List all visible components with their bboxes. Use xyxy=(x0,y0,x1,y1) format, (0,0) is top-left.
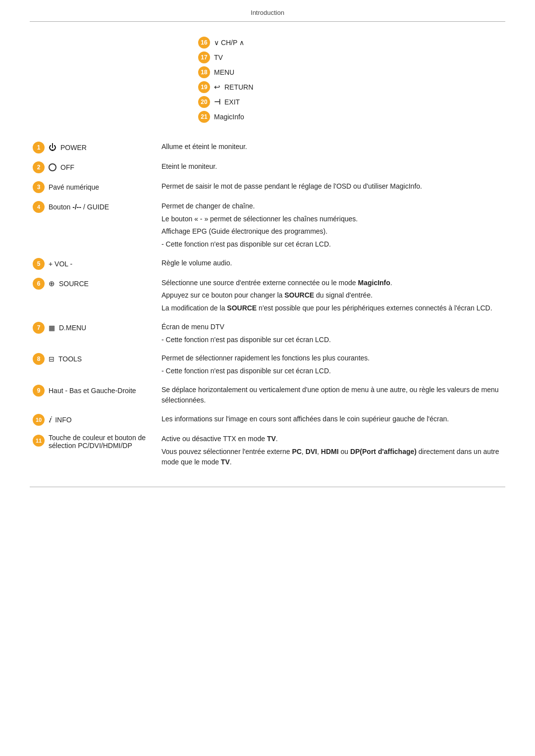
item-8-text: TOOLS xyxy=(58,355,82,363)
item-9-desc: Se déplace horizontalement ou verticalem… xyxy=(159,381,505,410)
source-icon: ⊕ xyxy=(49,279,55,288)
item-1-desc-1: Allume et éteint le moniteur. xyxy=(161,142,502,152)
badge-18: 18 xyxy=(198,66,210,78)
item-1-desc: Allume et éteint le moniteur. xyxy=(159,138,505,157)
badge-3: 3 xyxy=(33,181,45,193)
table-row: 9 Haut - Bas et Gauche-Droite Se déplace… xyxy=(30,381,505,410)
item-7-text: D.MENU xyxy=(59,324,86,332)
item-2-desc: Eteint le moniteur. xyxy=(159,157,505,177)
top-buttons-list: 16 ∨ CH/P ∧ 17 TV 18 MENU 19 ↩ RETURN 20… xyxy=(198,37,505,123)
item-11-label-cell: 11 Touche de couleur et bouton de sélect… xyxy=(30,430,159,472)
item-1-text: POWER xyxy=(60,144,87,151)
top-btn-17: 17 TV xyxy=(198,51,223,63)
item-4-label: 4 Bouton -/-- / GUIDE xyxy=(33,201,156,213)
item-6-text: SOURCE xyxy=(59,280,89,288)
badge-20: 20 xyxy=(198,96,210,108)
item-1-label: 1 ⏻ POWER xyxy=(33,142,156,153)
item-6-desc-2: Appuyez sur ce bouton pour changer la SO… xyxy=(161,290,502,301)
badge-10: 10 xyxy=(33,414,45,426)
top-btn-20-label: EXIT xyxy=(224,98,240,106)
item-6-desc: Sélectionne une source d'entrée externe … xyxy=(159,274,505,318)
dmenu-icon: ▦ xyxy=(49,324,55,332)
item-5-label: 5 + VOL - xyxy=(33,258,156,270)
item-9-desc-1: Se déplace horizontalement ou verticalem… xyxy=(161,385,502,406)
item-9-label: 9 Haut - Bas et Gauche-Droite xyxy=(33,385,156,397)
return-icon: ↩ xyxy=(214,83,220,92)
table-row: 7 ▦ D.MENU Écran de menu DTV - Cette fon… xyxy=(30,318,505,349)
top-btn-19-label: RETURN xyxy=(224,83,253,91)
item-5-text: + VOL - xyxy=(49,260,72,268)
badge-21: 21 xyxy=(198,111,210,123)
item-7-desc-2: - Cette fonction n'est pas disponible su… xyxy=(161,335,502,346)
top-btn-16-label: ∨ CH/P ∧ xyxy=(214,39,244,47)
badge-1: 1 xyxy=(33,142,45,153)
item-7-label-cell: 7 ▦ D.MENU xyxy=(30,318,159,349)
item-2-desc-1: Eteint le moniteur. xyxy=(161,161,502,172)
item-8-desc-1: Permet de sélectionner rapidement les fo… xyxy=(161,353,502,364)
item-10-text: INFO xyxy=(55,416,71,424)
top-btn-21-label: MagicInfo xyxy=(214,113,244,121)
item-2-label-cell: 2 OFF xyxy=(30,157,159,177)
badge-17: 17 xyxy=(198,51,210,63)
item-8-label: 8 ⊟ TOOLS xyxy=(33,353,156,365)
page-footer xyxy=(30,487,505,487)
item-7-desc: Écran de menu DTV - Cette fonction n'est… xyxy=(159,318,505,349)
item-4-desc-3: Affichage EPG (Guide électronique des pr… xyxy=(161,226,502,237)
page-title: Introduction xyxy=(251,9,284,16)
info-icon: 𝑖 xyxy=(49,415,51,424)
item-6-label: 6 ⊕ SOURCE xyxy=(33,278,156,290)
badge-11: 11 xyxy=(33,435,45,447)
table-row: 10 𝑖 INFO Les informations sur l'image e… xyxy=(30,410,505,430)
top-btn-17-label: TV xyxy=(214,53,223,61)
top-btn-19: 19 ↩ RETURN xyxy=(198,81,253,93)
power-icon: ⏻ xyxy=(49,143,56,152)
item-8-desc-2: - Cette fonction n'est pas disponible su… xyxy=(161,366,502,377)
item-7-label: 7 ▦ D.MENU xyxy=(33,322,156,334)
page-header: Introduction xyxy=(30,0,505,22)
badge-19: 19 xyxy=(198,81,210,93)
top-btn-18: 18 MENU xyxy=(198,66,234,78)
item-9-text: Haut - Bas et Gauche-Droite xyxy=(49,387,136,395)
badge-5: 5 xyxy=(33,258,45,270)
item-7-desc-1: Écran de menu DTV xyxy=(161,322,502,333)
item-4-desc: Permet de changer de chaîne. Le bouton «… xyxy=(159,197,505,254)
item-11-desc: Active ou désactive TTX en mode TV. Vous… xyxy=(159,430,505,472)
top-btn-20: 20 ⊣ EXIT xyxy=(198,96,240,108)
off-icon xyxy=(49,163,56,171)
table-row: 4 Bouton -/-- / GUIDE Permet de changer … xyxy=(30,197,505,254)
badge-16: 16 xyxy=(198,37,210,49)
item-5-desc: Règle le volume audio. xyxy=(159,254,505,274)
table-row: 6 ⊕ SOURCE Sélectionne une source d'entr… xyxy=(30,274,505,318)
item-3-text: Pavé numérique xyxy=(49,183,99,191)
item-8-desc: Permet de sélectionner rapidement les fo… xyxy=(159,349,505,380)
exit-icon: ⊣ xyxy=(214,98,220,106)
table-row: 11 Touche de couleur et bouton de sélect… xyxy=(30,430,505,472)
item-4-label-cell: 4 Bouton -/-- / GUIDE xyxy=(30,197,159,254)
badge-7: 7 xyxy=(33,322,45,334)
item-11-desc-2: Vous pouvez sélectionner l'entrée extern… xyxy=(161,447,502,468)
page-container: Introduction 16 ∨ CH/P ∧ 17 TV 18 MENU 1… xyxy=(0,0,535,507)
badge-2: 2 xyxy=(33,161,45,173)
item-10-desc: Les informations sur l'image en cours so… xyxy=(159,410,505,430)
item-3-desc-1: Permet de saisir le mot de passe pendant… xyxy=(161,181,502,192)
item-3-label-cell: 3 Pavé numérique xyxy=(30,177,159,197)
item-11-desc-1: Active ou désactive TTX en mode TV. xyxy=(161,434,502,445)
item-2-label: 2 OFF xyxy=(33,161,156,173)
item-1-label-cell: 1 ⏻ POWER xyxy=(30,138,159,157)
item-2-text: OFF xyxy=(60,163,74,171)
item-10-desc-1: Les informations sur l'image en cours so… xyxy=(161,414,502,425)
item-10-label: 10 𝑖 INFO xyxy=(33,414,156,426)
table-row: 2 OFF Eteint le moniteur. xyxy=(30,157,505,177)
item-4-text: Bouton -/-- / GUIDE xyxy=(49,203,109,211)
badge-8: 8 xyxy=(33,353,45,365)
item-9-label-cell: 9 Haut - Bas et Gauche-Droite xyxy=(30,381,159,410)
table-row: 5 + VOL - Règle le volume audio. xyxy=(30,254,505,274)
table-row: 1 ⏻ POWER Allume et éteint le moniteur. xyxy=(30,138,505,157)
item-5-label-cell: 5 + VOL - xyxy=(30,254,159,274)
item-11-label: 11 Touche de couleur et bouton de sélect… xyxy=(33,434,156,450)
item-6-desc-3: La modification de la SOURCE n'est possi… xyxy=(161,303,502,314)
badge-9: 9 xyxy=(33,385,45,397)
top-btn-21: 21 MagicInfo xyxy=(198,111,244,123)
top-btn-16: 16 ∨ CH/P ∧ xyxy=(198,37,244,49)
item-4-desc-2: Le bouton « - » permet de sélectionner l… xyxy=(161,214,502,225)
